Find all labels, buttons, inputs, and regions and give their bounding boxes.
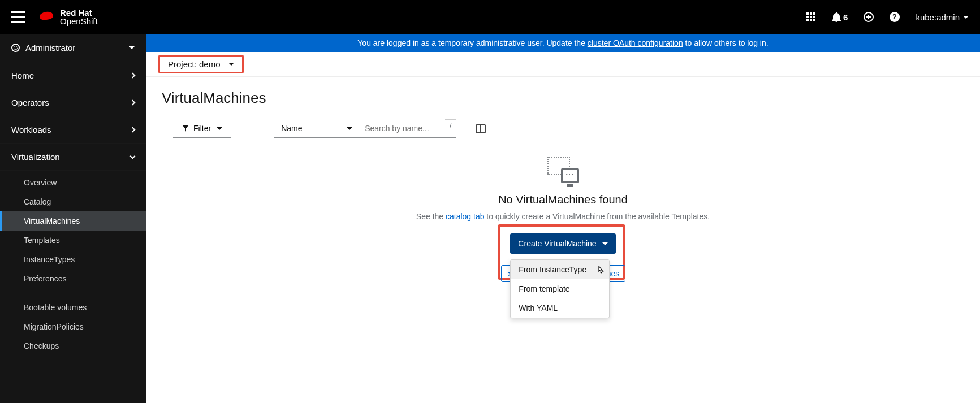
gear-icon bbox=[11, 44, 20, 52]
plus-circle-icon bbox=[864, 12, 874, 22]
sidebar-item-home[interactable]: Home bbox=[0, 62, 146, 89]
main-content: You are logged in as a temporary adminis… bbox=[146, 34, 980, 403]
svg-text:?: ? bbox=[893, 13, 897, 21]
app-launcher-button[interactable] bbox=[806, 12, 816, 22]
caret-down-icon bbox=[129, 46, 135, 49]
sidebar-item-label: Operators bbox=[11, 98, 49, 107]
subnav-virtualmachines[interactable]: VirtualMachines bbox=[0, 211, 146, 231]
subnav-bootable-volumes[interactable]: Bootable volumes bbox=[0, 298, 146, 317]
brand-line-1: Red Hat bbox=[60, 8, 98, 17]
username-label: kube:admin bbox=[916, 12, 960, 22]
sidebar-item-label: Home bbox=[11, 71, 34, 80]
banner-text-pre: You are logged in as a temporary adminis… bbox=[357, 38, 588, 47]
banner-oauth-link[interactable]: cluster OAuth configuration bbox=[588, 38, 683, 47]
sidebar-item-operators[interactable]: Operators bbox=[0, 89, 146, 116]
svg-rect-1 bbox=[810, 12, 812, 15]
temp-admin-banner: You are logged in as a temporary adminis… bbox=[146, 34, 980, 52]
banner-text-post: to allow others to log in. bbox=[683, 38, 769, 47]
svg-rect-8 bbox=[813, 19, 815, 21]
svg-rect-7 bbox=[810, 19, 812, 21]
create-vm-label: Create VirtualMachine bbox=[518, 239, 596, 248]
svg-rect-3 bbox=[806, 16, 809, 18]
subnav-templates[interactable]: Templates bbox=[0, 231, 146, 250]
subnav-checkups[interactable]: Checkups bbox=[0, 336, 146, 356]
subnav-instancetypes[interactable]: InstanceTypes bbox=[0, 250, 146, 269]
virtualization-subnav: Overview Catalog VirtualMachines Templat… bbox=[0, 171, 146, 362]
search-field-selector[interactable]: Name bbox=[274, 119, 359, 138]
perspective-label: Administrator bbox=[25, 43, 75, 53]
empty-vm-icon bbox=[547, 157, 579, 185]
bell-icon bbox=[832, 12, 841, 22]
notification-count: 6 bbox=[843, 12, 848, 22]
project-label: Project: demo bbox=[168, 59, 221, 69]
project-selector[interactable]: Project: demo bbox=[158, 55, 244, 73]
menu-from-template[interactable]: From template bbox=[511, 279, 609, 298]
caret-down-icon bbox=[347, 127, 352, 130]
empty-state: No VirtualMachines found See the catalog… bbox=[360, 157, 767, 318]
chevron-right-icon bbox=[130, 73, 136, 79]
filter-label: Filter bbox=[193, 124, 211, 133]
search-field-label: Name bbox=[281, 124, 302, 133]
column-management-button[interactable] bbox=[476, 124, 486, 133]
list-toolbar: Filter Name / bbox=[162, 119, 964, 151]
empty-state-title: No VirtualMachines found bbox=[360, 193, 767, 206]
chevron-right-icon bbox=[130, 127, 136, 133]
top-masthead: Red Hat OpenShift 6 ? kube:admin bbox=[0, 0, 980, 34]
redhat-fedora-icon bbox=[38, 11, 54, 23]
menu-with-yaml[interactable]: With YAML bbox=[511, 298, 609, 318]
create-vm-menu: From InstanceType From template With YAM… bbox=[510, 259, 610, 318]
chevron-right-icon bbox=[130, 100, 136, 106]
user-menu-button[interactable]: kube:admin bbox=[916, 12, 969, 22]
subnav-divider bbox=[24, 293, 135, 293]
notification-button[interactable]: 6 bbox=[832, 12, 848, 22]
sidebar-item-virtualization[interactable]: Virtualization bbox=[0, 144, 146, 171]
brand-text: Red Hat OpenShift bbox=[60, 8, 98, 25]
menu-from-instancetype[interactable]: From InstanceType bbox=[511, 260, 609, 279]
svg-rect-0 bbox=[806, 12, 809, 15]
help-button[interactable]: ? bbox=[890, 12, 900, 22]
filter-button[interactable]: Filter bbox=[173, 119, 231, 138]
project-bar: Project: demo bbox=[146, 52, 980, 77]
brand-logo[interactable]: Red Hat OpenShift bbox=[38, 8, 98, 25]
subnav-catalog[interactable]: Catalog bbox=[0, 192, 146, 211]
sidebar-item-workloads[interactable]: Workloads bbox=[0, 116, 146, 144]
sidebar-item-label: Workloads bbox=[11, 125, 51, 135]
import-add-button[interactable] bbox=[864, 12, 874, 22]
brand-line-2: OpenShift bbox=[60, 17, 98, 25]
sidebar-nav: Administrator Home Operators Workloads V… bbox=[0, 34, 146, 403]
caret-down-icon bbox=[963, 16, 969, 19]
svg-rect-5 bbox=[813, 16, 815, 18]
filter-icon bbox=[182, 125, 189, 132]
svg-rect-4 bbox=[810, 16, 812, 18]
caret-down-icon bbox=[228, 63, 234, 66]
cursor-pointer-icon bbox=[597, 266, 605, 275]
subnav-overview[interactable]: Overview bbox=[0, 173, 146, 192]
svg-rect-2 bbox=[813, 12, 815, 15]
sidebar-item-label: Virtualization bbox=[11, 152, 60, 162]
page-title: VirtualMachines bbox=[162, 89, 964, 107]
catalog-tab-link[interactable]: catalog tab bbox=[446, 212, 485, 221]
empty-state-subtext: See the catalog tab to quickly create a … bbox=[360, 212, 767, 221]
question-circle-icon: ? bbox=[890, 12, 900, 22]
search-shortcut-hint: / bbox=[445, 119, 456, 138]
nav-toggle-button[interactable] bbox=[11, 11, 25, 23]
caret-down-icon bbox=[602, 242, 608, 245]
subnav-migrationpolicies[interactable]: MigrationPolicies bbox=[0, 317, 146, 336]
chevron-down-icon bbox=[130, 153, 136, 159]
svg-rect-6 bbox=[806, 19, 809, 21]
perspective-switcher[interactable]: Administrator bbox=[0, 34, 146, 62]
create-vm-button[interactable]: Create VirtualMachine bbox=[510, 233, 615, 254]
search-input[interactable] bbox=[359, 119, 448, 138]
subnav-preferences[interactable]: Preferences bbox=[0, 269, 146, 288]
caret-down-icon bbox=[217, 127, 222, 130]
